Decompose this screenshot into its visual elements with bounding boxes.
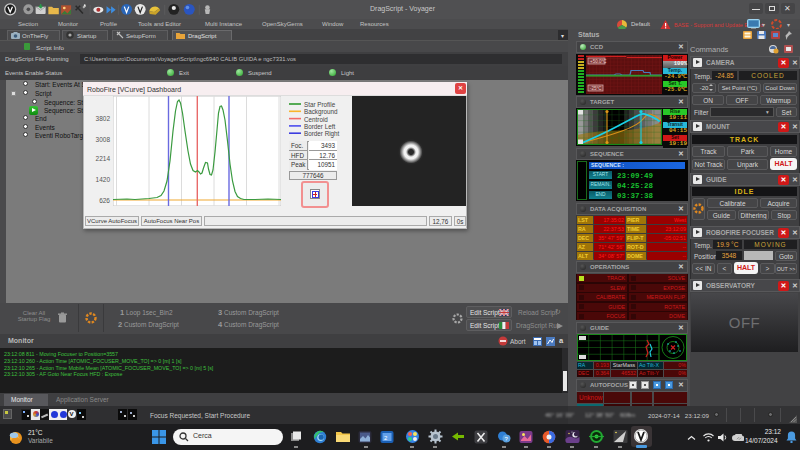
svg-text:+50.0°C: +50.0°C (590, 59, 607, 64)
svg-text:-25°C: -25°C (590, 86, 602, 91)
